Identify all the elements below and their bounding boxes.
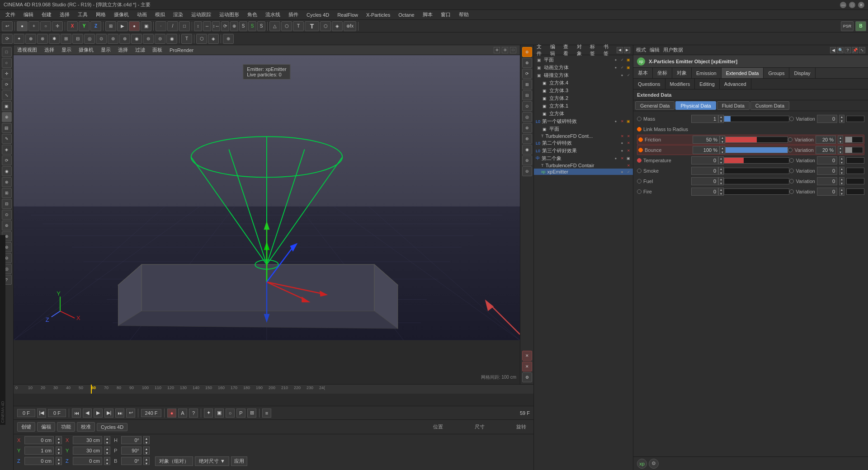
- tb2-16[interactable]: T: [181, 34, 192, 44]
- bc-tab-cycles[interactable]: Cycles 4D: [97, 423, 127, 431]
- pb-particle2[interactable]: ▣: [215, 409, 224, 418]
- viewport-header-panel[interactable]: 面板: [152, 47, 162, 53]
- vpr-red2[interactable]: ✕: [522, 362, 532, 371]
- friction-input[interactable]: [693, 136, 720, 144]
- temp-radio[interactable]: [637, 158, 642, 163]
- tb-y[interactable]: Y: [79, 21, 90, 31]
- menu-cycles4d[interactable]: Cycles 4D: [303, 11, 333, 19]
- fx3-lock[interactable]: ✕: [626, 148, 631, 154]
- smoke-slider[interactable]: [724, 168, 789, 174]
- tb-points[interactable]: ·: [156, 21, 166, 31]
- menu-octane[interactable]: Octane: [395, 11, 418, 19]
- tb-tool2[interactable]: ↔: [203, 21, 211, 31]
- tb-shape6[interactable]: ◈: [332, 21, 343, 31]
- tab-coord[interactable]: 坐标: [653, 68, 672, 78]
- fire-var-slider[interactable]: [846, 188, 864, 195]
- tool-7[interactable]: ◈: [2, 145, 12, 155]
- scene-nav-prev[interactable]: ◀: [617, 47, 623, 53]
- tab-basic[interactable]: 基本: [633, 68, 653, 78]
- friction-stepper[interactable]: ▲▼: [720, 136, 725, 144]
- viewport-header-select2[interactable]: 选择: [118, 47, 128, 53]
- tb2-9[interactable]: ⊙: [96, 34, 107, 44]
- tb-x[interactable]: X: [67, 21, 78, 31]
- tool-texture[interactable]: ▤: [2, 123, 12, 133]
- friction-radio[interactable]: [638, 137, 643, 142]
- fx2-eye[interactable]: ●: [619, 141, 625, 146]
- anim-cube-eye[interactable]: ●: [613, 65, 618, 70]
- props-header-userdata[interactable]: 用户数据: [663, 47, 683, 53]
- tb-shape2[interactable]: ⬡: [281, 21, 292, 31]
- tool-select-circle[interactable]: ○: [2, 58, 12, 68]
- menu-edit[interactable]: 编辑: [20, 10, 37, 19]
- bounce-var-input[interactable]: [816, 146, 836, 154]
- vp-btn3[interactable]: □: [510, 47, 516, 53]
- tb-mode2[interactable]: +: [28, 21, 39, 31]
- friction-var-slider[interactable]: [845, 136, 863, 143]
- edtab-general[interactable]: General Data: [635, 101, 675, 110]
- temp-var-input[interactable]: [817, 156, 837, 164]
- tool-model[interactable]: ▣: [2, 101, 12, 111]
- temp-stepper[interactable]: ▲▼: [718, 156, 724, 164]
- scene-header-tag[interactable]: 标签: [590, 43, 600, 57]
- tab-questions[interactable]: Questions: [633, 79, 665, 89]
- fuel-var-input[interactable]: [817, 177, 837, 185]
- tb-tool1[interactable]: ↕: [194, 21, 202, 31]
- tab-object[interactable]: 对象: [672, 68, 692, 78]
- pb-next-frame[interactable]: ▶|: [104, 409, 113, 418]
- tb2-15[interactable]: ◉: [166, 34, 177, 44]
- bounce-var-radio[interactable]: [788, 148, 793, 152]
- smoke-input[interactable]: [691, 167, 718, 175]
- tb-shape1[interactable]: △: [269, 21, 280, 31]
- bc-tab-check[interactable]: 校准: [77, 422, 95, 432]
- obj-plane1[interactable]: ▣ 平面 ● ✓ ▣: [534, 56, 633, 64]
- viewport-header-view[interactable]: 显示: [101, 47, 111, 53]
- plane1-eye[interactable]: ●: [613, 57, 618, 63]
- friction-var-radio[interactable]: [788, 137, 793, 142]
- xpe-eye[interactable]: ●: [619, 169, 625, 174]
- vpr-red1[interactable]: ✕: [522, 351, 532, 361]
- friction-var-stepper[interactable]: ▲▼: [838, 136, 843, 144]
- z-pos-input[interactable]: [24, 457, 54, 465]
- tb-tool3[interactable]: ↕↔: [212, 21, 220, 31]
- smoke-var-radio[interactable]: [789, 169, 794, 173]
- tool-active[interactable]: ⊕: [2, 112, 12, 122]
- menu-select[interactable]: 选择: [56, 10, 73, 19]
- tb-mode4[interactable]: ✛: [52, 21, 63, 31]
- obj-plane2[interactable]: ▣ 平面: [534, 125, 633, 133]
- tb-tool6[interactable]: S: [239, 21, 247, 31]
- tb-snap[interactable]: ⊞: [105, 21, 116, 31]
- tb-shape3[interactable]: T: [293, 21, 304, 31]
- vpr-8[interactable]: ⊚: [522, 123, 532, 133]
- close-button[interactable]: ✕: [858, 2, 864, 8]
- xpe-lock[interactable]: ✓: [626, 169, 631, 174]
- edtab-physical[interactable]: Physical Data: [675, 101, 716, 110]
- scene-header-bookmark[interactable]: 书签: [604, 43, 613, 57]
- mass-slider[interactable]: [724, 116, 789, 122]
- vpr-gear[interactable]: ⚙: [522, 372, 532, 382]
- menu-pipeline[interactable]: 流水线: [262, 10, 284, 19]
- scene-header-file[interactable]: 文件: [537, 43, 547, 57]
- menu-simulate[interactable]: 模拟: [151, 10, 169, 19]
- props-expand[interactable]: ⤡: [859, 47, 865, 53]
- fuel-var-slider[interactable]: [846, 178, 864, 184]
- tool-bp[interactable]: ✎: [2, 134, 12, 144]
- tool-12[interactable]: ⊟: [2, 199, 12, 209]
- viewport-header-camera[interactable]: 摄像机: [79, 47, 94, 53]
- tb-render[interactable]: ●: [129, 21, 140, 31]
- tb-fx[interactable]: ⊕fx: [344, 21, 356, 31]
- menu-char[interactable]: 角色: [244, 10, 261, 19]
- mass-stepper[interactable]: ▲▼: [718, 115, 724, 123]
- menu-create[interactable]: 创建: [38, 10, 55, 19]
- menu-tools[interactable]: 工具: [74, 10, 91, 19]
- maximize-button[interactable]: □: [849, 2, 855, 8]
- tb-shape5[interactable]: ⬡: [320, 21, 331, 31]
- vp-btn2[interactable]: ⊞: [502, 47, 508, 53]
- y-size-stepper[interactable]: ▲▼: [104, 446, 110, 455]
- tool-8[interactable]: ⟳: [2, 155, 12, 165]
- plane1-lock[interactable]: ✓: [619, 57, 625, 63]
- linkmass-radio[interactable]: [637, 127, 642, 132]
- menu-plugins[interactable]: 插件: [285, 10, 302, 19]
- temp-var-slider[interactable]: [846, 157, 864, 164]
- bc-tab-func[interactable]: 功能: [57, 422, 75, 432]
- fuel-slider[interactable]: [724, 178, 789, 184]
